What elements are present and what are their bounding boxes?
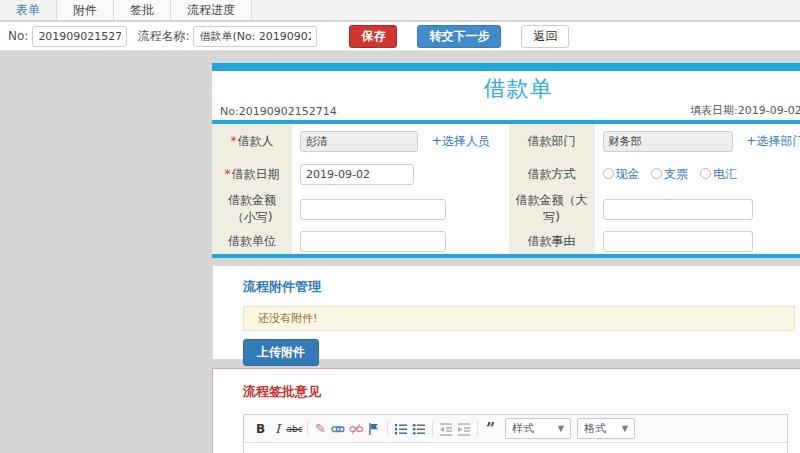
save-button[interactable]: 保存 (349, 25, 397, 48)
select-person-link[interactable]: +选择人员 (432, 134, 490, 148)
process-name-input[interactable] (193, 26, 317, 47)
tab-attachment[interactable]: 附件 (57, 0, 114, 20)
required-marker: * (231, 134, 237, 148)
approval-panel: 流程签批意见 B I abc ✎ (212, 368, 800, 453)
strikethrough-icon[interactable]: abc (286, 422, 303, 436)
reason-input[interactable] (603, 231, 753, 252)
borrower-input[interactable] (300, 131, 418, 152)
method-option-cash-label: 现金 (616, 167, 640, 181)
tab-approval[interactable]: 签批 (114, 0, 171, 20)
format-dropdown[interactable]: 格式 ▼ (577, 418, 635, 439)
attachments-heading: 流程附件管理 (243, 278, 800, 296)
editor-content-area[interactable] (244, 443, 787, 453)
radio-icon[interactable] (651, 168, 662, 179)
method-option-cheque-label: 支票 (664, 167, 688, 181)
toolbar-separator (477, 421, 478, 436)
toolbar-separator (432, 421, 433, 436)
caret-down-icon: ▼ (622, 424, 628, 433)
method-option-cheque[interactable]: 支票 (651, 167, 688, 181)
required-marker: * (225, 167, 231, 181)
toolbar-separator (307, 421, 308, 436)
styles-dropdown[interactable]: 样式 ▼ (505, 418, 571, 439)
borrower-field-cell: +选择人员 (292, 124, 509, 158)
no-input[interactable] (32, 26, 127, 47)
styles-dropdown-label: 样式 (512, 421, 534, 436)
borrow-date-field-cell (292, 158, 509, 190)
table-row: 借款单位 借款事由 (212, 228, 800, 254)
approval-heading: 流程签批意见 (243, 383, 800, 401)
table-row: *借款日期 借款方式 现金 支票 电汇 (212, 158, 800, 190)
editor-toolbar: B I abc ✎ (244, 415, 787, 443)
borrower-label-cell: *借款人 (212, 124, 292, 158)
panel-bottom-accent-bar (212, 254, 800, 258)
blockquote-icon[interactable]: ” (482, 424, 499, 434)
link-icon[interactable] (331, 422, 345, 436)
reason-label: 借款事由 (528, 234, 576, 248)
amount-upper-label: 借款金额（大写) (516, 193, 588, 224)
command-bar: No: 流程名称: 保存 转交下一步 返回 (0, 22, 800, 51)
no-attachments-alert: 还没有附件! (243, 306, 795, 331)
loan-form-table: *借款人 +选择人员 借款部门 +选择部门 *借款日期 (212, 124, 800, 254)
form-title: 借款单 (212, 71, 800, 102)
anchor-flag-icon[interactable] (367, 422, 381, 436)
method-label: 借款方式 (528, 167, 576, 181)
radio-icon[interactable] (700, 168, 711, 179)
upload-attachment-button[interactable]: 上传附件 (243, 339, 319, 366)
caret-down-icon: ▼ (558, 424, 564, 433)
form-date-text: 填表日期:2019-09-02 15:27:1 (690, 103, 800, 118)
unit-field-cell (292, 228, 509, 254)
amount-lower-label-cell: 借款金额（小写) (212, 190, 292, 228)
method-field-cell: 现金 支票 电汇 (595, 158, 800, 190)
bold-icon[interactable]: B (252, 422, 269, 436)
method-option-cash[interactable]: 现金 (603, 167, 640, 181)
borrow-date-label-cell: *借款日期 (212, 158, 292, 190)
panel-top-accent-bar (212, 63, 800, 71)
table-row: *借款人 +选择人员 借款部门 +选择部门 (212, 124, 800, 158)
amount-upper-input[interactable] (603, 199, 753, 220)
no-label: No: (8, 29, 28, 43)
format-dropdown-label: 格式 (584, 421, 606, 436)
amount-lower-label: 借款金额（小写) (228, 193, 276, 224)
amount-upper-label-cell: 借款金额（大写) (509, 190, 595, 228)
method-option-wire[interactable]: 电汇 (700, 167, 737, 181)
forward-next-step-button[interactable]: 转交下一步 (417, 25, 501, 48)
unlink-icon[interactable] (349, 422, 363, 436)
attachments-panel: 流程附件管理 还没有附件! 上传附件 (212, 265, 800, 360)
loan-form-panel: 借款单 No:20190902152714 填表日期:2019-09-02 15… (212, 63, 800, 257)
app-window: 表单 附件 签批 流程进度 No: 流程名称: 保存 转交下一步 返回 借款单 … (0, 0, 800, 453)
indent-icon[interactable] (457, 422, 471, 436)
radio-icon[interactable] (603, 168, 614, 179)
unit-input[interactable] (300, 231, 446, 252)
department-input[interactable] (603, 131, 733, 152)
reason-field-cell (595, 228, 800, 254)
italic-icon[interactable]: I (269, 422, 286, 436)
bulleted-list-icon[interactable] (412, 422, 426, 436)
toolbar-separator (387, 421, 388, 436)
tab-form[interactable]: 表单 (0, 0, 57, 20)
department-field-cell: +选择部门 (595, 124, 800, 158)
remove-format-icon[interactable]: ✎ (312, 422, 329, 436)
numbered-list-icon[interactable] (394, 422, 408, 436)
select-department-link[interactable]: +选择部门 (746, 134, 800, 148)
unit-label-cell: 借款单位 (212, 228, 292, 254)
borrower-label: 借款人 (238, 134, 274, 148)
form-number-text: No:20190902152714 (220, 105, 337, 118)
form-meta-row: No:20190902152714 填表日期:2019-09-02 15:27:… (212, 102, 800, 120)
amount-lower-field-cell (292, 190, 509, 228)
borrow-date-label: 借款日期 (232, 167, 280, 181)
process-name-label: 流程名称: (137, 28, 189, 45)
amount-lower-input[interactable] (300, 199, 446, 220)
method-option-wire-label: 电汇 (713, 167, 737, 181)
unit-label: 借款单位 (228, 234, 276, 248)
tab-process-progress[interactable]: 流程进度 (171, 0, 252, 20)
reason-label-cell: 借款事由 (509, 228, 595, 254)
borrow-date-input[interactable] (300, 164, 414, 185)
department-label-cell: 借款部门 (509, 124, 595, 158)
table-row: 借款金额（小写) 借款金额（大写) (212, 190, 800, 228)
method-label-cell: 借款方式 (509, 158, 595, 190)
amount-upper-field-cell (595, 190, 800, 228)
outdent-icon[interactable] (439, 422, 453, 436)
tab-bar: 表单 附件 签批 流程进度 (0, 0, 800, 21)
rich-text-editor: B I abc ✎ (243, 414, 788, 453)
back-button[interactable]: 返回 (521, 25, 569, 48)
